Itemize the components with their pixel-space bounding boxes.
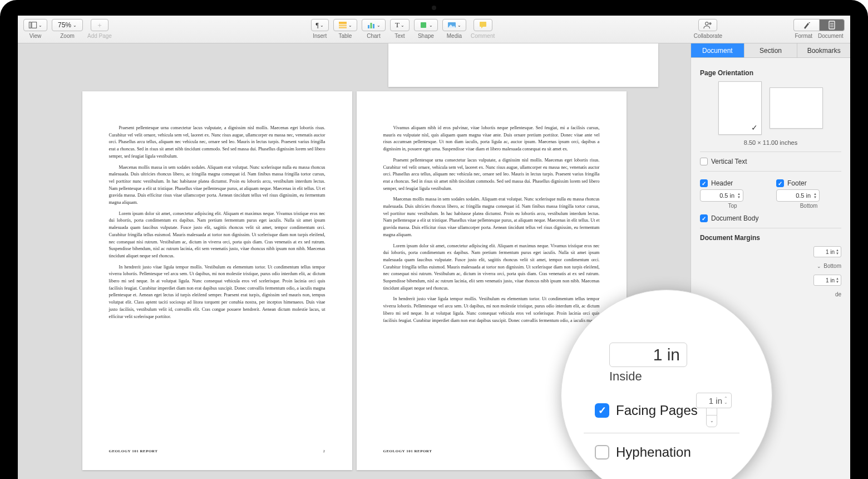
svg-rect-6	[370, 23, 372, 28]
top-label: Top	[700, 203, 765, 209]
zoom-dropdown[interactable]: 75% ⌄	[52, 19, 83, 31]
shape-button[interactable]: ⌄	[414, 19, 438, 31]
comment-button[interactable]	[474, 19, 492, 31]
footer-bottom-input[interactable]: 0.5 in▲▼	[776, 189, 820, 202]
divider	[700, 171, 841, 172]
document-body-checkbox[interactable]	[700, 214, 708, 222]
collaborate-button[interactable]	[698, 19, 717, 31]
zoom-label: Zoom	[60, 33, 75, 39]
collaborate-label: Collaborate	[694, 33, 722, 39]
hyphenation-checkbox[interactable]	[595, 445, 609, 460]
table-label: Table	[339, 33, 352, 39]
chart-label: Chart	[367, 33, 380, 39]
toolbar: ⌄ View 75% ⌄ Zoom ＋ Add Page ¶⌄ In	[18, 16, 850, 43]
header-top-input[interactable]: 0.5 in▲▼	[700, 189, 743, 202]
shape-label: Shape	[418, 33, 434, 39]
svg-rect-5	[368, 25, 369, 28]
page-left-body: Praesent pellentesque urna consectetur l…	[109, 125, 326, 324]
media-icon	[447, 21, 456, 30]
document-margins-heading: Document Margins	[700, 234, 841, 242]
divider	[584, 433, 739, 433]
page-orientation-heading: Page Orientation	[700, 69, 841, 77]
svg-rect-8	[421, 22, 426, 28]
vertical-text-checkbox[interactable]	[700, 158, 708, 165]
view-icon	[28, 21, 37, 30]
svg-rect-11	[480, 22, 486, 27]
format-label: Format	[795, 33, 812, 39]
document-body-label: Document Body	[711, 214, 758, 222]
stepper-icon[interactable]: ▲▼	[737, 192, 741, 199]
view-label: View	[29, 33, 42, 39]
page-right-body: Vivamus aliquam nibh id eros pulvinar, v…	[383, 125, 600, 328]
paragraph: Vivamus aliquam nibh id eros pulvinar, v…	[383, 125, 600, 153]
vertical-text-label: Vertical Text	[711, 158, 747, 165]
svg-rect-3	[339, 25, 347, 26]
collaborate-icon	[703, 21, 712, 30]
divider	[700, 151, 841, 152]
paragraph: In hendrerit justo vitae ligula tempor m…	[383, 296, 600, 324]
stepper-icon[interactable]: ▲▼	[836, 277, 839, 284]
footer-title-right: GEOLOGY 101 REPORT	[383, 449, 432, 453]
footer-label: Footer	[787, 179, 807, 187]
document-icon	[827, 21, 836, 30]
divider	[700, 228, 841, 228]
text-label: Text	[394, 33, 405, 39]
header-label: Header	[711, 179, 733, 187]
paragraph: Maecenas mollis massa in sem sodales sod…	[109, 164, 326, 207]
inside-margin-input[interactable]: 1 in	[609, 343, 687, 367]
facing-pages-checkbox[interactable]: ✓	[595, 403, 609, 418]
header-checkbox[interactable]	[700, 179, 708, 187]
footer-title-left: GEOLOGY 101 REPORT	[109, 449, 158, 453]
document-label: Document	[818, 33, 844, 39]
insert-button[interactable]: ¶⌄	[311, 19, 329, 31]
paragraph: In hendrerit justo vitae ligula tempor m…	[109, 264, 326, 321]
insert-label: Insert	[313, 33, 327, 39]
add-page-label: Add Page	[87, 33, 112, 39]
stepper-icon[interactable]: ▲▼	[836, 248, 839, 255]
media-button[interactable]: ⌄	[442, 19, 466, 31]
tab-document[interactable]: Document	[691, 43, 744, 57]
orientation-portrait[interactable]: ✓	[718, 81, 762, 135]
page-partial-top-right	[388, 43, 658, 87]
stepper-icon[interactable]: ▲▼	[813, 192, 817, 199]
chevron-down-icon: ⌄	[817, 263, 821, 269]
page-left: Praesent pellentesque urna consectetur l…	[82, 91, 352, 470]
tab-section[interactable]: Section	[744, 43, 798, 57]
chart-button[interactable]: ⌄	[362, 19, 386, 31]
comment-icon	[479, 21, 487, 30]
document-button[interactable]	[819, 19, 845, 31]
inside-label: Inside	[609, 369, 642, 384]
margin-input[interactable]: 1 in▲▼	[813, 275, 841, 286]
bottom-label: Bottom	[776, 203, 841, 209]
margin-input[interactable]: 1 in▲▼	[813, 246, 841, 257]
format-button[interactable]	[793, 19, 819, 31]
table-button[interactable]: ⌄	[333, 19, 357, 31]
svg-rect-2	[339, 22, 347, 24]
format-icon	[802, 21, 811, 30]
svg-rect-7	[373, 24, 374, 28]
svg-point-13	[706, 22, 708, 25]
side-margin-input[interactable]: 1 in⌃⌄	[696, 393, 732, 408]
view-button[interactable]: ⌄	[23, 19, 47, 31]
svg-rect-0	[29, 22, 31, 28]
chart-icon	[367, 21, 376, 30]
footer-checkbox[interactable]	[776, 179, 784, 187]
table-icon	[338, 21, 347, 30]
svg-rect-1	[32, 22, 37, 28]
paragraph: Maecenas mollis massa in sem sodales sod…	[383, 196, 600, 238]
check-icon: ✓	[751, 123, 758, 132]
facing-pages-label: Facing Pages	[616, 403, 698, 418]
media-label: Media	[447, 33, 462, 39]
paragraph: Lorem ipsum dolor sit amet, consectetur …	[383, 243, 600, 292]
hyphenation-label: Hyphenation	[616, 444, 691, 460]
stepper-icon[interactable]: ⌃⌄	[724, 397, 728, 404]
comment-label: Comment	[471, 33, 495, 39]
paragraph: Lorem ipsum dolor sit amet, consectetur …	[109, 211, 326, 260]
zoom-value: 75%	[58, 21, 71, 29]
tab-bookmarks[interactable]: Bookmarks	[797, 43, 850, 57]
add-page-button[interactable]: ＋	[91, 19, 108, 31]
page-number-left: 2	[323, 449, 326, 453]
orientation-landscape[interactable]	[770, 87, 823, 129]
svg-rect-4	[339, 27, 347, 28]
text-button[interactable]: T ⌄	[390, 19, 410, 31]
